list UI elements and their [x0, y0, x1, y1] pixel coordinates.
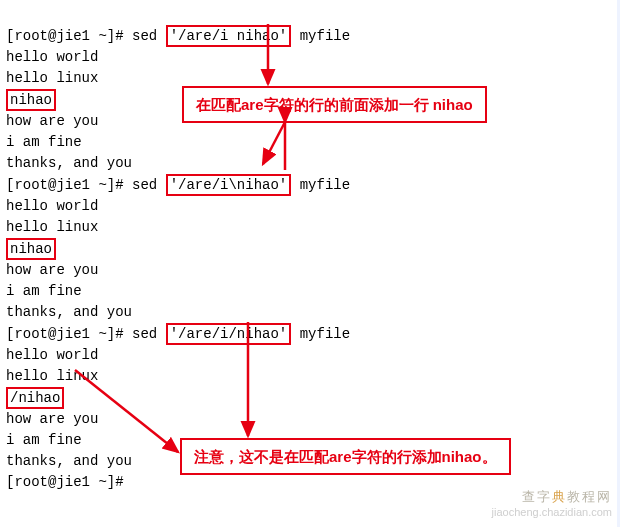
output-line: i am fine	[6, 134, 82, 150]
sed-arg-2: '/are/i\nihao'	[166, 174, 292, 196]
sed-arg-3: '/are/i/nihao'	[166, 323, 292, 345]
prompt: [root@jie1 ~]#	[6, 28, 124, 44]
prompt: [root@jie1 ~]#	[6, 326, 124, 342]
file-arg: myfile	[300, 177, 350, 193]
annotation-2: 注意，这不是在匹配are字符的行添加nihao。	[180, 438, 511, 475]
prompt: [root@jie1 ~]#	[6, 474, 124, 490]
terminal-output: [root@jie1 ~]# sed '/are/i nihao' myfile…	[0, 0, 620, 497]
file-arg: myfile	[300, 326, 350, 342]
watermark-en: jiaocheng.chazidian.com	[492, 502, 612, 523]
output-line: thanks, and you	[6, 155, 132, 171]
output-nihao-2: nihao	[6, 238, 56, 260]
output-line: hello linux	[6, 368, 98, 384]
output-line: how are you	[6, 262, 98, 278]
output-slash-nihao: /nihao	[6, 387, 64, 409]
output-line: thanks, and you	[6, 304, 132, 320]
output-line: hello world	[6, 49, 98, 65]
output-line: hello linux	[6, 219, 98, 235]
cmd: sed	[132, 28, 157, 44]
sed-arg-1: '/are/i nihao'	[166, 25, 292, 47]
output-line: i am fine	[6, 283, 82, 299]
output-line: hello world	[6, 198, 98, 214]
output-line: thanks, and you	[6, 453, 132, 469]
output-line: how are you	[6, 411, 98, 427]
output-line: i am fine	[6, 432, 82, 448]
prompt: [root@jie1 ~]#	[6, 177, 124, 193]
file-arg: myfile	[300, 28, 350, 44]
output-line: how are you	[6, 113, 98, 129]
output-nihao-1: nihao	[6, 89, 56, 111]
cmd: sed	[132, 177, 157, 193]
output-line: hello linux	[6, 70, 98, 86]
cmd: sed	[132, 326, 157, 342]
output-line: hello world	[6, 347, 98, 363]
annotation-1: 在匹配are字符的行的前面添加一行 nihao	[182, 86, 487, 123]
